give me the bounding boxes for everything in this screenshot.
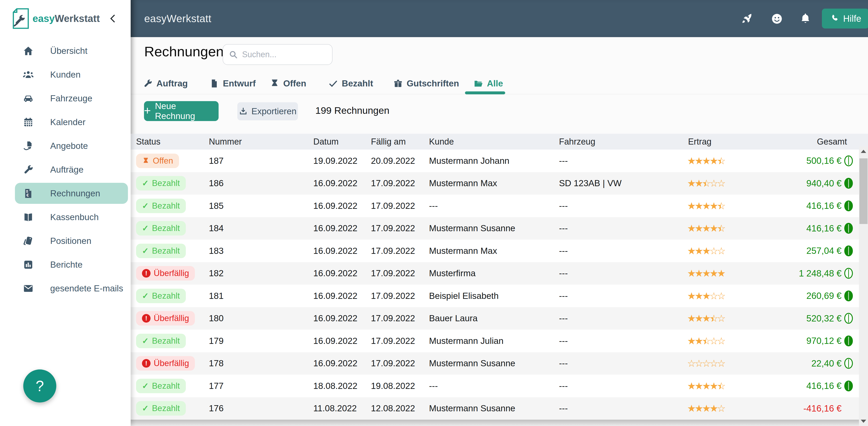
sidebar-item-berichte[interactable]: Berichte (0, 253, 131, 277)
status-badge: ✓Bezahlt (136, 199, 186, 213)
total-amount: 416,16 € (806, 223, 842, 233)
customer-name: --- (429, 381, 438, 391)
gift-icon (393, 79, 403, 88)
invoice-number: 181 (209, 291, 223, 301)
tab-auftrag[interactable]: Auftrag (143, 76, 188, 91)
sidebar-item-kassenbuch[interactable]: Kassenbuch (0, 205, 131, 229)
due-date: 17.09.2022 (371, 178, 415, 188)
bar-chart-icon (23, 259, 34, 271)
total-amount: 940,40 € (806, 178, 842, 189)
table-row[interactable]: ✓Bezahlt 185 16.09.2022 17.09.2022 --- -… (131, 195, 859, 217)
profit-rating-stars: ★★★★☆★ (687, 155, 724, 167)
tab-offen[interactable]: Offen (270, 76, 306, 91)
profit-rating-stars: ★★☆★☆☆ (687, 335, 724, 347)
due-date: 19.08.2022 (371, 381, 415, 391)
tab-gutschriften[interactable]: Gutschriften (393, 76, 459, 91)
bell-icon[interactable] (799, 12, 812, 25)
scroll-up-arrow-icon[interactable] (861, 150, 866, 153)
envelope-icon (23, 283, 34, 294)
table-row[interactable]: ✓Bezahlt 186 16.09.2022 17.09.2022 Muste… (131, 172, 859, 195)
total-amount: 970,12 € (806, 336, 842, 346)
table-row[interactable]: ✓Bezahlt 184 16.09.2022 17.09.2022 Muste… (131, 217, 859, 240)
profit-rating-stars: ★★☆★☆☆ (687, 178, 724, 189)
status-icon: ! (142, 314, 151, 322)
status-badge: ✓Bezahlt (136, 379, 186, 393)
due-date: 17.09.2022 (371, 223, 415, 233)
payment-status-circle-icon (844, 358, 853, 369)
table-row[interactable]: ✓Bezahlt 183 16.09.2022 17.09.2022 Muste… (131, 239, 859, 262)
invoice-date: 16.09.2022 (313, 246, 358, 256)
scrollbar-thumb[interactable] (860, 159, 868, 224)
rocket-icon[interactable] (740, 12, 753, 25)
invoice-number: 186 (209, 178, 223, 188)
car-icon (23, 93, 34, 104)
vehicle: --- (559, 246, 568, 256)
help-button[interactable]: Hilfe (822, 8, 868, 29)
main-content: Rechnungen Auftrag Entwurf Offen Bezahlt… (131, 37, 868, 426)
profit-rating-stars: ★★★★★ (687, 267, 724, 279)
status-badge: ✓Bezahlt (136, 221, 186, 235)
check-icon (328, 79, 338, 88)
sidebar-item-rechnungen[interactable]: € Rechnungen (0, 181, 131, 205)
export-button[interactable]: Exportieren (237, 102, 298, 120)
customer-name: --- (429, 201, 438, 211)
table-row[interactable]: ✓Bezahlt 177 18.08.2022 19.08.2022 --- -… (131, 375, 859, 397)
invoice-number: 180 (209, 313, 223, 323)
sidebar-item-auftraege[interactable]: Aufträge (0, 158, 131, 181)
table-row[interactable]: ✓Bezahlt 176 11.08.2022 12.08.2022 Muste… (131, 397, 859, 420)
new-invoice-button[interactable]: + Neue Rechnung (144, 101, 219, 121)
sidebar-collapse-chevron-icon[interactable] (108, 13, 118, 24)
sidebar: easyWerkstatt Übersicht Kunden Fahrzeuge… (0, 0, 131, 426)
profit-rating-stars: ★★★☆☆ (687, 290, 724, 302)
vehicle: --- (559, 381, 568, 391)
total-amount: 500,16 € (806, 155, 842, 166)
table-body: Offen 187 19.09.2022 20.09.2022 Musterma… (131, 149, 868, 420)
payment-status-circle-icon (844, 246, 853, 256)
payment-status-circle-icon (844, 290, 853, 301)
customer-name: Bauer Laura (429, 313, 477, 323)
due-date: 17.09.2022 (371, 268, 415, 278)
tab-entwurf[interactable]: Entwurf (209, 76, 256, 91)
customer-name: Musterfirma (429, 268, 475, 278)
table-row[interactable]: !Überfällig 182 16.09.2022 17.09.2022 Mu… (131, 262, 859, 285)
invoice-date: 16.09.2022 (313, 358, 358, 368)
invoice-date: 18.08.2022 (313, 381, 358, 391)
invoice-number: 187 (209, 156, 223, 166)
hourglass-icon (270, 79, 280, 88)
help-button-label: Hilfe (843, 13, 861, 24)
invoice-date: 16.09.2022 (313, 313, 358, 323)
sidebar-item-kalender[interactable]: Kalender (0, 110, 131, 134)
table-row[interactable]: !Überfällig 178 16.09.2022 17.09.2022 Mu… (131, 352, 859, 375)
document-icon (209, 79, 219, 88)
tab-bezahlt[interactable]: Bezahlt (328, 76, 373, 91)
total-amount: -416,16 € (803, 403, 842, 414)
app-logo: easyWerkstatt (12, 0, 100, 37)
due-date: 17.09.2022 (371, 358, 415, 368)
sidebar-item-fahrzeuge[interactable]: Fahrzeuge (0, 86, 131, 110)
total-amount: 520,32 € (806, 313, 842, 323)
scroll-down-arrow-icon[interactable] (861, 420, 866, 423)
invoice-icon: € (23, 188, 34, 199)
calendar-icon (23, 116, 34, 128)
invoice-date: 16.09.2022 (313, 178, 358, 188)
tab-alle[interactable]: Alle (473, 76, 503, 91)
sidebar-item-kunden[interactable]: Kunden (0, 63, 131, 86)
vehicle: --- (559, 403, 568, 413)
sidebar-item-positionen[interactable]: Positionen (0, 229, 131, 253)
table-row[interactable]: ✓Bezahlt 179 16.09.2022 17.09.2022 Muste… (131, 330, 859, 352)
profit-rating-stars: ☆☆☆☆☆ (687, 358, 724, 369)
col-gesamt: Gesamt (817, 137, 847, 147)
smiley-icon[interactable] (770, 12, 783, 25)
invoice-date: 16.09.2022 (313, 291, 358, 301)
table-row[interactable]: ✓Bezahlt 181 16.09.2022 17.09.2022 Beisp… (131, 285, 859, 307)
help-fab[interactable]: ? (23, 369, 56, 402)
sidebar-item-uebersicht[interactable]: Übersicht (0, 39, 131, 63)
vehicle: --- (559, 201, 568, 211)
vertical-scrollbar[interactable] (859, 147, 868, 426)
table-row[interactable]: !Überfällig 180 16.09.2022 17.09.2022 Ba… (131, 307, 859, 330)
sidebar-item-angebote[interactable]: Angebote (0, 134, 131, 158)
search-input[interactable] (242, 50, 327, 59)
table-row[interactable]: Offen 187 19.09.2022 20.09.2022 Musterma… (131, 149, 859, 172)
sidebar-item-gesendete-emails[interactable]: gesendete E-mails (0, 277, 131, 300)
total-amount: 260,69 € (806, 291, 842, 301)
